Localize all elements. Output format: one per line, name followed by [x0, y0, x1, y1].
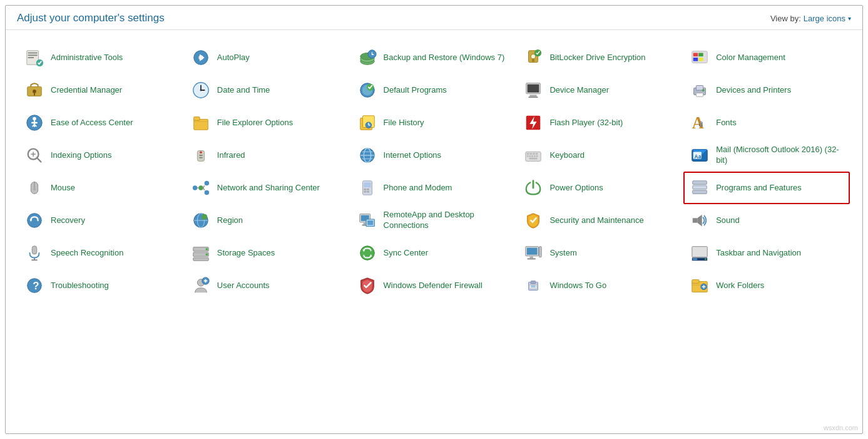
speech-recognition-label[interactable]: Speech Recognition	[51, 248, 123, 259]
system-icon	[523, 243, 543, 263]
sync-center-label[interactable]: Sync Center	[384, 248, 429, 259]
file-history-label[interactable]: File History	[384, 118, 424, 128]
item-device-manager[interactable]: Device Manager	[517, 74, 683, 106]
item-mail-outlook[interactable]: AaMail (Microsoft Outlook 2016) (32-bit)	[683, 139, 850, 172]
svg-rect-3	[28, 57, 34, 58]
item-work-folders[interactable]: Work Folders	[683, 269, 850, 302]
item-fonts[interactable]: AaFonts	[683, 106, 850, 139]
item-infrared[interactable]: Infrared	[185, 139, 351, 172]
item-backup-restore[interactable]: Backup and Restore (Windows 7)	[351, 41, 518, 74]
credential-manager-label[interactable]: Credential Manager	[51, 85, 122, 96]
view-by-arrow[interactable]: ▾	[848, 15, 851, 22]
item-bitlocker[interactable]: BitLocker Drive Encryption	[517, 41, 683, 74]
troubleshooting-label[interactable]: Troubleshooting	[51, 281, 109, 291]
color-management-icon	[690, 48, 710, 68]
item-taskbar-navigation[interactable]: Taskbar and Navigation	[683, 237, 850, 269]
item-credential-manager[interactable]: Credential Manager	[18, 74, 185, 106]
item-programs-features[interactable]: Programs and Features	[683, 172, 850, 204]
item-network-sharing[interactable]: Network and Sharing Center	[185, 172, 351, 204]
item-windows-to-go[interactable]: Windows To Go	[517, 269, 683, 302]
svg-rect-71	[532, 155, 534, 157]
devices-printers-label[interactable]: Devices and Printers	[716, 85, 791, 96]
item-region[interactable]: Region	[185, 204, 351, 237]
system-label[interactable]: System	[549, 248, 576, 259]
storage-spaces-label[interactable]: Storage Spaces	[217, 248, 275, 259]
svg-rect-68	[536, 153, 538, 155]
security-maintenance-label[interactable]: Security and Maintenance	[549, 215, 643, 226]
infrared-label[interactable]: Infrared	[217, 150, 245, 161]
remoteapp-label[interactable]: RemoteApp and Desktop Connections	[384, 210, 511, 231]
item-speech-recognition[interactable]: Speech Recognition	[18, 237, 185, 269]
item-administrative-tools[interactable]: Administrative Tools	[18, 41, 185, 74]
svg-rect-97	[693, 190, 707, 194]
work-folders-label[interactable]: Work Folders	[716, 281, 764, 291]
sync-center-icon	[357, 243, 377, 263]
default-programs-label[interactable]: Default Programs	[384, 85, 447, 96]
item-ease-access[interactable]: Ease of Access Center	[18, 106, 185, 139]
administrative-tools-label[interactable]: Administrative Tools	[51, 53, 123, 63]
devices-printers-icon	[690, 80, 710, 100]
item-keyboard[interactable]: Keyboard	[517, 139, 683, 172]
user-accounts-label[interactable]: User Accounts	[217, 281, 270, 291]
sound-label[interactable]: Sound	[716, 215, 740, 226]
indexing-options-label[interactable]: Indexing Options	[51, 150, 112, 161]
item-default-programs[interactable]: Default Programs	[351, 74, 518, 106]
file-explorer-label[interactable]: File Explorer Options	[217, 118, 293, 128]
item-troubleshooting[interactable]: ?Troubleshooting	[18, 269, 185, 302]
bitlocker-label[interactable]: BitLocker Drive Encryption	[549, 53, 645, 63]
mail-outlook-label[interactable]: Mail (Microsoft Outlook 2016) (32-bit)	[716, 145, 844, 166]
region-label[interactable]: Region	[217, 215, 243, 226]
keyboard-label[interactable]: Keyboard	[549, 150, 585, 161]
recovery-label[interactable]: Recovery	[51, 215, 85, 226]
fonts-label[interactable]: Fonts	[716, 118, 737, 128]
item-color-management[interactable]: Color Management	[683, 41, 850, 74]
svg-rect-92	[367, 189, 369, 190]
item-date-time[interactable]: Date and Time	[185, 74, 351, 106]
svg-text:Aa: Aa	[695, 153, 702, 160]
item-user-accounts[interactable]: User Accounts	[185, 269, 351, 302]
bitlocker-icon	[523, 48, 543, 68]
svg-rect-70	[529, 155, 531, 157]
item-indexing-options[interactable]: Indexing Options	[18, 139, 185, 172]
network-sharing-label[interactable]: Network and Sharing Center	[217, 183, 320, 194]
backup-restore-label[interactable]: Backup and Restore (Windows 7)	[384, 53, 505, 63]
item-sound[interactable]: Sound	[683, 204, 850, 237]
phone-modem-label[interactable]: Phone and Modem	[384, 183, 452, 194]
svg-rect-36	[697, 86, 703, 91]
color-management-label[interactable]: Color Management	[716, 53, 785, 63]
mouse-label[interactable]: Mouse	[51, 183, 75, 194]
item-mouse[interactable]: Mouse	[18, 172, 185, 204]
internet-options-label[interactable]: Internet Options	[384, 150, 442, 161]
device-manager-label[interactable]: Device Manager	[549, 85, 609, 96]
item-phone-modem[interactable]: Phone and Modem	[351, 172, 518, 204]
power-options-label[interactable]: Power Options	[549, 183, 603, 194]
svg-rect-127	[539, 247, 542, 257]
item-sync-center[interactable]: Sync Center	[351, 237, 518, 269]
item-devices-printers[interactable]: Devices and Printers	[683, 74, 850, 106]
item-flash-player[interactable]: Flash Player (32-bit)	[517, 106, 683, 139]
item-recovery[interactable]: Recovery	[18, 204, 185, 237]
svg-rect-69	[527, 155, 529, 157]
programs-features-label[interactable]: Programs and Features	[716, 183, 802, 194]
item-power-options[interactable]: Power Options	[517, 172, 683, 204]
item-security-maintenance[interactable]: Security and Maintenance	[517, 204, 683, 237]
item-remoteapp[interactable]: RemoteApp and Desktop Connections	[351, 204, 518, 237]
item-storage-spaces[interactable]: Storage Spaces	[185, 237, 351, 269]
svg-rect-73	[536, 155, 538, 157]
item-file-explorer[interactable]: File Explorer Options	[185, 106, 351, 139]
svg-rect-58	[199, 157, 203, 158]
item-system[interactable]: System	[517, 237, 683, 269]
windows-to-go-label[interactable]: Windows To Go	[549, 281, 606, 291]
windows-defender-label[interactable]: Windows Defender Firewall	[384, 281, 483, 291]
flash-player-label[interactable]: Flash Player (32-bit)	[549, 118, 623, 128]
item-file-history[interactable]: File History	[351, 106, 518, 139]
item-windows-defender[interactable]: Windows Defender Firewall	[351, 269, 518, 302]
ease-access-label[interactable]: Ease of Access Center	[51, 118, 133, 128]
taskbar-navigation-label[interactable]: Taskbar and Navigation	[716, 248, 801, 259]
svg-rect-1	[28, 53, 38, 54]
date-time-label[interactable]: Date and Time	[217, 85, 270, 96]
item-internet-options[interactable]: Internet Options	[351, 139, 518, 172]
autoplay-label[interactable]: AutoPlay	[217, 53, 250, 63]
item-autoplay[interactable]: AutoPlay	[185, 41, 351, 74]
view-by-value[interactable]: Large icons	[804, 14, 845, 23]
